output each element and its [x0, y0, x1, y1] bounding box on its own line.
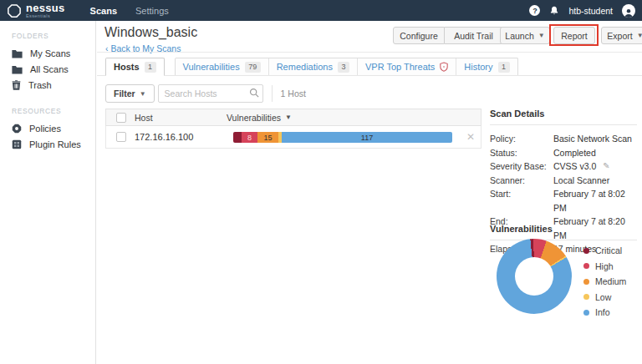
- sidebar-section-folders: FOLDERS: [12, 32, 95, 40]
- topbar-right: ? htb-student: [529, 4, 635, 18]
- donut-legend: Critical High Medium Low Info: [583, 245, 626, 317]
- tab-hosts[interactable]: Hosts 1: [105, 58, 165, 76]
- hosts-table: Host Vulnerabilities ▼ 172.16.16.100 8 1…: [105, 109, 482, 149]
- logo-name: nessus: [26, 3, 65, 13]
- severity-segment-high: 8: [242, 132, 257, 143]
- legend-dot-low: [583, 294, 589, 300]
- host-ip[interactable]: 172.16.16.100: [135, 132, 225, 142]
- sort-caret-icon: ▼: [285, 114, 292, 121]
- legend-item-critical: Critical: [583, 245, 626, 255]
- detail-row-status: Status: Completed: [490, 146, 637, 160]
- hosts-count-badge: 1: [145, 62, 156, 73]
- vulnerabilities-panel: Vulnerabilities Critical High Medium: [490, 224, 637, 240]
- legend-item-info: Info: [583, 307, 626, 317]
- legend-item-high: High: [583, 261, 626, 271]
- legend-dot-medium: [583, 279, 589, 285]
- nav-scans[interactable]: Scans: [90, 6, 117, 16]
- donut-hole: [515, 257, 553, 296]
- row-checkbox[interactable]: [116, 132, 126, 142]
- report-button[interactable]: Report: [553, 27, 595, 44]
- legend-item-low: Low: [583, 292, 626, 302]
- export-button[interactable]: Export ▼: [601, 27, 642, 44]
- remediations-count-badge: 3: [338, 62, 349, 73]
- top-nav: Scans Settings: [90, 6, 169, 16]
- sidebar-section-resources: RESOURCES: [12, 107, 95, 115]
- vulnerabilities-column-header[interactable]: Vulnerabilities ▼: [227, 113, 292, 123]
- sidebar-item-label: My Scans: [30, 48, 70, 58]
- trash-icon: [12, 80, 21, 90]
- nessus-logo[interactable]: nessus Essentials: [7, 3, 65, 19]
- shield-icon: [440, 62, 448, 72]
- vulnerabilities-count-badge: 79: [245, 62, 261, 73]
- vulnerabilities-panel-title: Vulnerabilities: [490, 224, 637, 240]
- legend-dot-info: [583, 310, 589, 316]
- sidebar-item-all-scans[interactable]: All Scans: [12, 62, 95, 77]
- vulnerabilities-donut-wrap: [497, 239, 572, 314]
- filter-dropdown-button[interactable]: Filter ▼: [105, 84, 155, 103]
- detail-row-policy: Policy: Basic Network Scan: [490, 132, 637, 146]
- tab-remediations[interactable]: Remediations 3: [268, 58, 357, 75]
- sidebar-item-label: Plugin Rules: [29, 139, 81, 149]
- person-icon: [624, 8, 634, 18]
- chevron-down-icon: ▼: [538, 32, 545, 39]
- search-box: [158, 84, 263, 103]
- nessus-app: nessus Essentials Scans Settings ? htb-s…: [0, 0, 642, 364]
- sidebar-item-label: All Scans: [30, 64, 69, 74]
- sidebar-item-my-scans[interactable]: My Scans: [12, 46, 95, 61]
- legend-dot-critical: [583, 248, 589, 254]
- tab-vulnerabilities[interactable]: Vulnerabilities 79: [176, 58, 268, 75]
- logo-subtext: Essentials: [26, 14, 65, 19]
- sidebar-item-label: Policies: [29, 124, 61, 134]
- sidebar-item-label: Trash: [28, 80, 52, 90]
- sidebar-item-policies[interactable]: Policies: [12, 121, 95, 136]
- search-hosts-input[interactable]: [158, 84, 263, 103]
- folder-icon: [12, 49, 23, 58]
- help-icon[interactable]: ?: [529, 5, 540, 16]
- nessus-logo-icon: [7, 3, 22, 18]
- main-content: Windows_basic ‹ Back to My Scans Configu…: [97, 21, 642, 364]
- topbar: nessus Essentials Scans Settings ? htb-s…: [0, 0, 642, 21]
- nav-settings[interactable]: Settings: [135, 6, 169, 16]
- user-avatar-icon[interactable]: [622, 4, 635, 18]
- filter-row: Filter ▼ 1 Host: [105, 83, 306, 104]
- tab-vpr-top-threats[interactable]: VPR Top Threats: [357, 58, 456, 75]
- remove-host-icon[interactable]: ✕: [466, 131, 475, 143]
- table-header-row: Host Vulnerabilities ▼: [105, 109, 482, 126]
- sidebar-item-plugin-rules[interactable]: Plugin Rules: [12, 137, 95, 152]
- edit-pencil-icon[interactable]: ✎: [603, 159, 609, 174]
- configure-audit-group: Configure Audit Trail: [393, 27, 503, 44]
- severity-bar[interactable]: 8 15 117: [233, 132, 452, 143]
- chevron-down-icon: ▼: [140, 90, 146, 98]
- detail-row-start: Start: February 7 at 8:02 PM: [490, 187, 637, 215]
- tab-history[interactable]: History 1: [456, 58, 517, 75]
- legend-item-medium: Medium: [583, 276, 626, 286]
- folder-icon: [12, 65, 23, 74]
- legend-dot-high: [583, 263, 589, 269]
- sidebar: FOLDERS My Scans All Scans Trash: [0, 21, 96, 364]
- launch-button[interactable]: Launch ▼: [500, 27, 550, 44]
- detail-row-scanner: Scanner: Local Scanner: [490, 174, 637, 188]
- severity-segment-info: 117: [282, 132, 452, 143]
- table-row[interactable]: 172.16.16.100 8 15 117 ✕: [105, 126, 482, 149]
- audit-trail-button[interactable]: Audit Trail: [445, 27, 503, 44]
- host-column-header[interactable]: Host: [135, 113, 225, 123]
- sidebar-item-trash[interactable]: Trash: [12, 78, 95, 93]
- severity-segment-medium: 15: [257, 132, 278, 143]
- severity-segment-critical: [233, 132, 242, 143]
- username[interactable]: htb-student: [568, 6, 613, 16]
- history-count-badge: 1: [498, 62, 510, 73]
- detail-row-severity-base: Severity Base: CVSS v3.0 ✎: [490, 159, 637, 174]
- page-title: Windows_basic: [104, 25, 197, 40]
- header-divider: [97, 52, 642, 53]
- tabs-row: Hosts 1 Vulnerabilities 79 Remediations …: [97, 58, 642, 76]
- notifications-bell-icon[interactable]: [549, 5, 559, 16]
- chevron-down-icon: ▼: [637, 32, 642, 39]
- configure-button[interactable]: Configure: [393, 27, 445, 44]
- plugin-rules-icon: [12, 139, 22, 149]
- tab-group: Vulnerabilities 79 Remediations 3 VPR To…: [175, 58, 518, 75]
- scan-details-title: Scan Details: [490, 109, 637, 125]
- host-count-label: 1 Host: [281, 88, 306, 99]
- divider: [272, 85, 273, 102]
- policies-icon: [12, 124, 22, 134]
- select-all-checkbox[interactable]: [116, 113, 126, 123]
